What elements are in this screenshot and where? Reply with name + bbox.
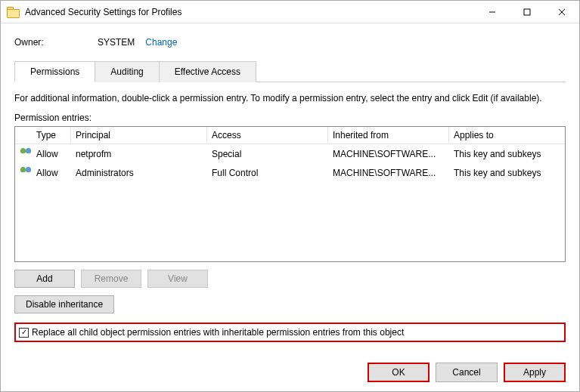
col-applies-header[interactable]: Applies to xyxy=(449,127,565,144)
table-row[interactable]: Allow Administrators Full Control MACHIN… xyxy=(15,163,565,182)
security-settings-window: Advanced Security Settings for Profiles … xyxy=(0,0,580,392)
change-owner-link[interactable]: Change xyxy=(145,37,177,48)
cell-type: Allow xyxy=(32,147,71,161)
minimize-icon xyxy=(489,8,496,16)
cell-inherited: MACHINE\SOFTWARE... xyxy=(328,147,449,161)
inheritance-row: Disable inheritance xyxy=(14,295,566,313)
cell-inherited: MACHINE\SOFTWARE... xyxy=(328,166,449,180)
replace-children-checkbox[interactable]: ✓ xyxy=(19,328,29,338)
close-icon xyxy=(558,8,566,16)
ok-button[interactable]: OK xyxy=(368,363,430,382)
maximize-button[interactable] xyxy=(510,1,544,23)
titlebar: Advanced Security Settings for Profiles xyxy=(1,1,579,23)
remove-button[interactable]: Remove xyxy=(81,270,141,288)
tab-permissions[interactable]: Permissions xyxy=(14,61,95,82)
cell-principal: netprofm xyxy=(71,147,207,161)
owner-label: Owner: xyxy=(14,37,98,48)
folder-icon xyxy=(7,7,19,17)
window-controls xyxy=(475,1,579,23)
check-icon: ✓ xyxy=(21,329,27,336)
row-icon xyxy=(15,165,32,181)
cell-applies: This key and subkeys xyxy=(449,166,565,180)
tab-strip: Permissions Auditing Effective Access xyxy=(14,61,566,82)
col-access-header[interactable]: Access xyxy=(207,127,328,144)
owner-value: SYSTEM xyxy=(98,37,135,48)
col-inherited-header[interactable]: Inherited from xyxy=(328,127,449,144)
users-icon xyxy=(20,147,33,158)
tab-effective-access[interactable]: Effective Access xyxy=(159,61,256,82)
cell-type: Allow xyxy=(32,166,71,180)
view-button[interactable]: View xyxy=(147,270,208,288)
table-body: Allow netprofm Special MACHINE\SOFTWARE.… xyxy=(15,144,565,182)
cancel-button[interactable]: Cancel xyxy=(436,363,498,382)
maximize-icon xyxy=(523,8,531,16)
replace-children-row: ✓ Replace all child object permission en… xyxy=(14,323,566,342)
entry-buttons: Add Remove View xyxy=(14,270,566,288)
owner-row: Owner: SYSTEM Change xyxy=(14,37,566,48)
permission-entries-label: Permission entries: xyxy=(14,113,566,123)
tab-auditing[interactable]: Auditing xyxy=(95,61,159,82)
close-button[interactable] xyxy=(544,1,579,23)
dialog-footer: OK Cancel Apply xyxy=(14,352,566,382)
permission-table: Type Principal Access Inherited from App… xyxy=(14,126,566,262)
add-button[interactable]: Add xyxy=(14,270,75,288)
cell-applies: This key and subkeys xyxy=(449,147,565,161)
disable-inheritance-button[interactable]: Disable inheritance xyxy=(14,295,114,313)
cell-access: Full Control xyxy=(207,166,328,180)
svg-rect-1 xyxy=(524,9,530,15)
col-type-header[interactable]: Type xyxy=(32,127,71,144)
col-principal-header[interactable]: Principal xyxy=(71,127,207,144)
window-title: Advanced Security Settings for Profiles xyxy=(25,7,475,17)
apply-button[interactable]: Apply xyxy=(504,363,566,382)
table-row[interactable]: Allow netprofm Special MACHINE\SOFTWARE.… xyxy=(15,144,565,163)
table-header: Type Principal Access Inherited from App… xyxy=(15,127,565,144)
minimize-button[interactable] xyxy=(475,1,510,23)
cell-principal: Administrators xyxy=(71,166,207,180)
content-area: Owner: SYSTEM Change Permissions Auditin… xyxy=(1,23,579,391)
info-text: For additional information, double-click… xyxy=(14,93,566,103)
row-icon xyxy=(15,146,32,162)
col-icon-header[interactable] xyxy=(15,127,32,144)
cell-access: Special xyxy=(207,147,328,161)
users-icon xyxy=(20,166,33,177)
replace-children-label: Replace all child object permission entr… xyxy=(32,327,404,338)
